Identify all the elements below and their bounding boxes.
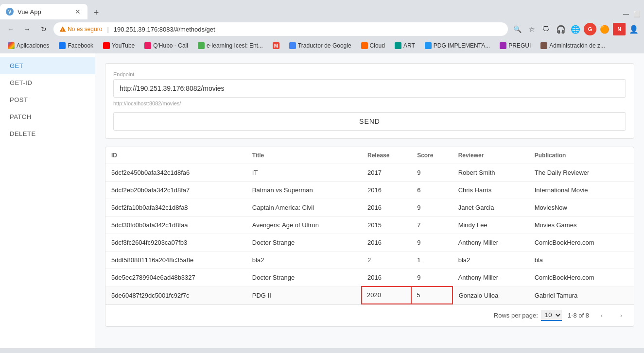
table-header-row: ID Title Release Score Reviewer Publicat… [105,147,634,164]
table-cell: Chris Harris [453,182,529,199]
sidebar: GET GET-ID POST PATCH DELETE [0,53,95,348]
table-cell: 5dcf2fa10b0afa342c1d8fa8 [105,199,246,217]
new-tab-button[interactable]: + [89,6,103,19]
table-cell: 5dcf30fd0b0afa342c1d8faa [105,217,246,234]
table-cell: 5ddf580801116a2048c35a8e [105,252,246,269]
main-content: Endpoint http://localhost:8082/movies/ S… [95,53,644,348]
table-cell: 9 [411,269,452,287]
extension-icon-5[interactable]: 🟠 [598,23,611,35]
bookmark-qhubo[interactable]: Q'Hubo - Cali [140,41,192,50]
data-table: ID Title Release Score Reviewer Publicat… [105,147,634,304]
bookmarks-bar: Aplicaciones Facebook YouTube Q'Hubo - C… [0,39,644,53]
table-cell: 2016 [362,182,411,199]
table-row: 5de5ec2789904e6ad48b3327Doctor Strange20… [105,269,634,287]
next-page-button[interactable]: › [614,309,628,322]
profile-icon[interactable]: 👤 [627,23,640,35]
col-reviewer: Reviewer [453,147,529,164]
bookmark-label: Facebook [68,42,93,49]
apps-favicon [8,42,15,49]
bookmark-facebook[interactable]: Facebook [55,41,97,50]
table-cell: Batman vs Superman [246,182,362,199]
extension-icon-4[interactable]: G [584,23,596,35]
ec-favicon [198,42,205,49]
table-cell: 9 [411,164,452,182]
prev-page-button[interactable]: ‹ [595,309,609,322]
bookmark-youtube[interactable]: YouTube [99,41,139,50]
bookmark-admin[interactable]: Administración de z... [537,41,609,50]
table-row: 5dcf2eb20b0afa342c1d8fa7Batman vs Superm… [105,182,634,199]
bookmark-pregui[interactable]: PREGUI [496,41,535,50]
extension-icon-1[interactable]: 🛡 [540,23,553,35]
endpoint-label: Endpoint [113,71,626,77]
table-cell: 2016 [362,199,411,217]
bookmark-label: PDG IMPLEMENTA... [434,42,490,49]
art-favicon [395,42,401,49]
tab-close-button[interactable]: ✕ [74,7,82,17]
table-cell: PDG II [246,286,362,304]
rows-per-page-select[interactable]: 10 25 50 [541,310,562,321]
table-row: 5dcf2e450b0afa342c1d8fa6IT20179Robert Sm… [105,164,634,182]
browser-tab[interactable]: V Vue App ✕ [0,4,87,19]
table-cell: Anthony Miller [453,234,529,252]
table-cell: bla [529,252,634,269]
bookmark-gmail[interactable]: M [269,41,283,50]
table-cell: 2020 [362,286,411,304]
table-cell: Janet Garcia [453,199,529,217]
sidebar-item-get-id[interactable]: GET-ID [0,74,95,91]
address-bar-row: ← → ↻ No es seguro | 190.251.39.176:8083… [0,19,644,39]
table-cell: Mindy Lee [453,217,529,234]
sidebar-item-delete[interactable]: DELETE [0,125,95,142]
gm-favicon: M [273,42,279,49]
bookmark-art[interactable]: ART [391,41,419,50]
qh-favicon [144,42,151,49]
fb-favicon [59,42,66,49]
col-publication: Publication [529,147,634,164]
table-cell: 6 [411,182,452,199]
bookmark-aplicaciones[interactable]: Aplicaciones [4,41,53,50]
sidebar-item-patch[interactable]: PATCH [0,108,95,125]
tab-bar: V Vue App ✕ + — ⬜ [0,0,644,19]
bookmark-label: YouTube [112,42,135,49]
url-text: 190.251.39.176:8083/#/methods/get [114,26,215,33]
sidebar-item-post[interactable]: POST [0,91,95,108]
table-cell: IT [246,164,362,182]
bookmark-icon-btn[interactable]: ☆ [525,23,538,35]
extension-icon-3[interactable]: 🌐 [569,23,582,35]
send-button[interactable]: SEND [113,112,626,131]
maximize-button[interactable]: ⬜ [633,11,640,17]
preg-favicon [500,42,506,49]
col-release: Release [362,147,411,164]
sidebar-item-get[interactable]: GET [0,57,95,74]
minimize-button[interactable]: — [623,11,629,17]
back-button[interactable]: ← [4,22,17,36]
extension-icon-6[interactable]: N [613,23,626,35]
rows-per-page: Rows per page: 10 25 50 [494,310,562,321]
reload-button[interactable]: ↻ [37,22,51,36]
bookmark-label: PREGUI [508,42,531,49]
search-icon-btn[interactable]: 🔍 [511,23,523,35]
cl-favicon [361,42,368,49]
bookmark-pdg[interactable]: PDG IMPLEMENTA... [421,41,494,50]
forward-button[interactable]: → [20,22,34,36]
table-cell: 5de60487f29dc5001fc92f7c [105,286,246,304]
table-cell: ComicBookHero.com [529,269,634,287]
table-cell: 5dcf3fc2604fc9203ca07fb3 [105,234,246,252]
security-warning: No es seguro [59,26,102,33]
table-cell: bla2 [453,252,529,269]
bookmark-label: Aplicaciones [17,42,49,49]
table-cell: The Daily Reviewer [529,164,634,182]
adm-favicon [540,42,547,49]
endpoint-hint: http://localhost:8082/movies/ [113,101,626,106]
col-score: Score [411,147,452,164]
browser-window: V Vue App ✕ + — ⬜ ← → ↻ No es seguro | 1… [0,0,644,353]
bookmark-elearning[interactable]: e-learning Icesi: Ent... [194,41,267,50]
bookmark-cloud[interactable]: Cloud [357,41,389,50]
table-cell: Gabriel Tamura [529,286,634,304]
extension-icon-2[interactable]: 🎧 [555,23,567,35]
endpoint-input[interactable] [113,79,626,98]
table-cell: 5dcf2eb20b0afa342c1d8fa7 [105,182,246,199]
address-input[interactable]: No es seguro | 190.251.39.176:8083/#/met… [53,22,508,36]
table-cell: 2017 [362,164,411,182]
bookmark-label: ART [403,42,415,49]
bookmark-traductor[interactable]: Traductor de Google [285,41,355,50]
